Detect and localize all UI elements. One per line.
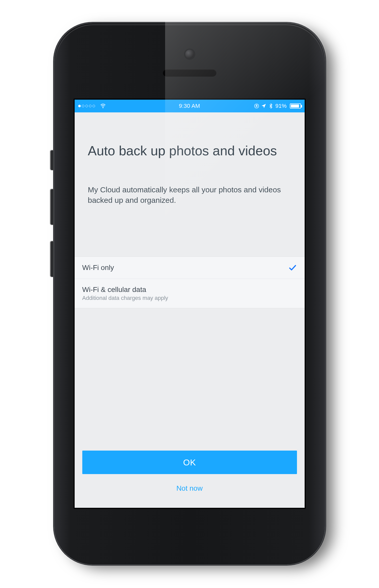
option-wifi-cellular[interactable]: Wi-Fi & cellular data Additional data ch… <box>75 279 305 308</box>
page-description: My Cloud automatically keeps all your ph… <box>88 185 291 205</box>
main-content: Auto back up photos and videos My Cloud … <box>75 112 305 308</box>
mute-switch <box>51 150 54 170</box>
phone-frame: 9:30 AM 91% <box>54 23 325 565</box>
volume-down-button <box>51 241 54 277</box>
check-icon <box>288 263 297 272</box>
not-now-button[interactable]: Not now <box>82 484 297 492</box>
battery-icon <box>290 103 301 109</box>
option-label: Wi-Fi & cellular data <box>82 286 168 294</box>
svg-point-0 <box>102 107 103 108</box>
hero-section: Auto back up photos and videos My Cloud … <box>75 112 305 205</box>
status-left <box>78 103 106 109</box>
footer-actions: OK Not now <box>75 451 305 508</box>
orientation-lock-icon <box>254 103 259 109</box>
wifi-icon <box>100 103 106 109</box>
backup-options: Wi-Fi only Wi-Fi & cellular data Additio… <box>75 256 305 308</box>
status-bar: 9:30 AM 91% <box>75 100 305 112</box>
front-camera <box>185 50 194 58</box>
svg-point-1 <box>255 104 259 108</box>
svg-rect-2 <box>256 106 257 107</box>
option-wifi-only[interactable]: Wi-Fi only <box>75 257 305 279</box>
earpiece-speaker <box>163 69 216 77</box>
location-icon <box>261 103 267 109</box>
option-subtitle: Additional data charges may apply <box>82 295 168 301</box>
ok-button[interactable]: OK <box>82 451 297 474</box>
status-right: 91% <box>254 103 301 109</box>
volume-up-button <box>51 189 54 225</box>
bluetooth-icon <box>268 103 274 109</box>
screen: 9:30 AM 91% <box>75 100 305 508</box>
cellular-signal-icon <box>78 105 95 107</box>
page-title: Auto back up photos and videos <box>88 143 291 159</box>
battery-percent: 91% <box>275 103 286 109</box>
option-label: Wi-Fi only <box>82 264 114 272</box>
